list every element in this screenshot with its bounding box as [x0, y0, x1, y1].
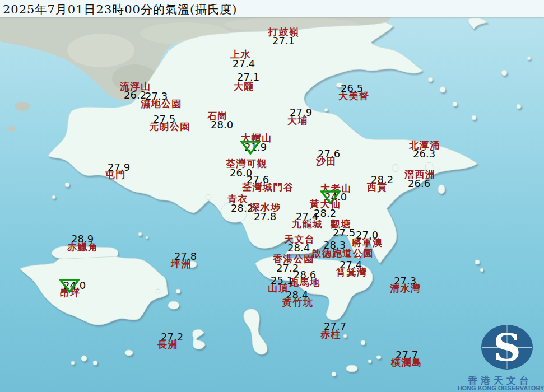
waglan-island — [376, 356, 381, 359]
temperature-map: 打鼓嶺27.1上水27.4大隴27.1流浮山26.2濕地公園27.3大美督26.… — [0, 0, 544, 392]
kau-sai-chau-island — [410, 171, 420, 185]
hko-logo-icon: S — [459, 311, 544, 373]
peng-chau-island — [187, 261, 197, 268]
logo-text-en: HONG KONG OBSERVATORY — [456, 385, 544, 391]
cheung-chau-island — [193, 329, 205, 349]
airport-island — [52, 246, 118, 259]
tsing-yi-island — [221, 201, 247, 222]
po-toi-island — [346, 365, 357, 372]
logo-s-swirl: S — [493, 325, 520, 370]
map-title: 2025年7月01日23時00分的氣溫(攝氏度) — [3, 2, 237, 17]
hko-logo: S 香港天文台 HONG KONG OBSERVATORY — [459, 311, 544, 392]
ma-wan-island — [206, 194, 211, 200]
hong-kong-island — [255, 256, 373, 320]
title-bar: 2025年7月01日23時00分的氣溫(攝氏度) — [0, 0, 544, 17]
hei-ling-chau-island — [168, 301, 179, 309]
tung-ping-chau-island — [468, 18, 487, 29]
lamma-island — [244, 309, 267, 354]
lantau-island — [20, 255, 168, 325]
